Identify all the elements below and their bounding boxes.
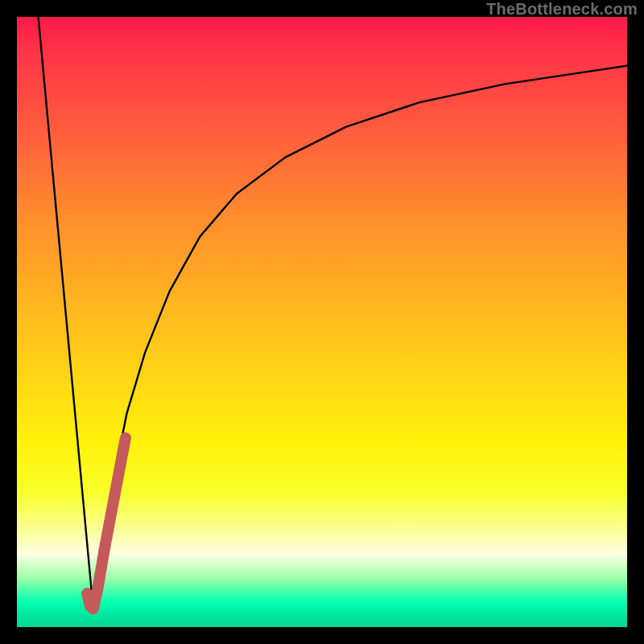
curve-right-rising [93, 66, 627, 609]
watermark-text: TheBottleneck.com [486, 0, 638, 19]
plot-area [17, 17, 627, 627]
highlight-j-curve [87, 438, 126, 609]
curve-left-descending [39, 17, 93, 609]
chart-frame: TheBottleneck.com [0, 0, 644, 644]
curve-layer [17, 17, 627, 627]
